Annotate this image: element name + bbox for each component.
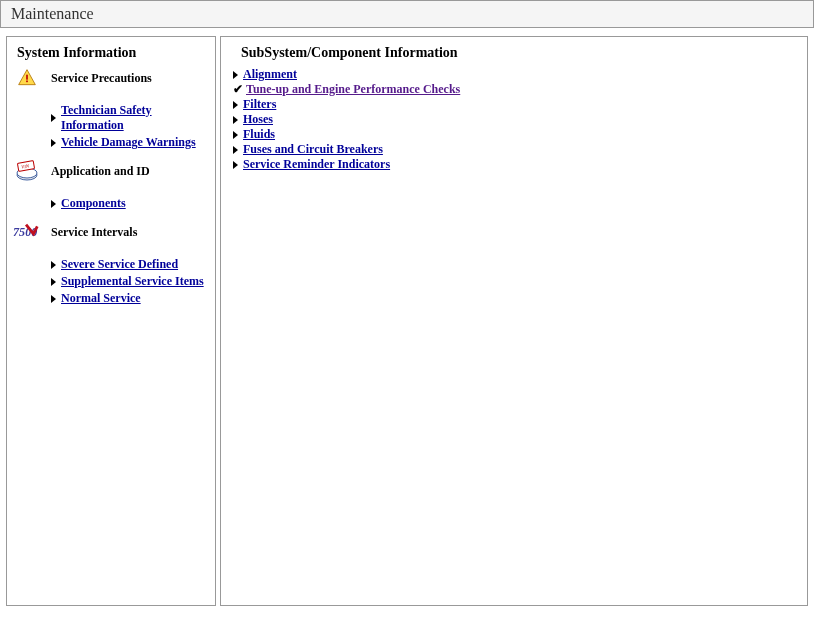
nav-item[interactable]: Service Reminder Indicators (233, 157, 801, 172)
arrow-icon (51, 200, 56, 208)
nav-link-alignment[interactable]: Alignment (243, 67, 297, 82)
service-interval-icon: 7500 (13, 221, 41, 243)
nav-item[interactable]: Hoses (233, 112, 801, 127)
nav-link-fuses[interactable]: Fuses and Circuit Breakers (243, 142, 383, 157)
section-label: Service Precautions (51, 71, 152, 86)
left-panel: System Information Service Precautions T… (6, 36, 216, 606)
warning-icon (13, 67, 41, 89)
arrow-icon (51, 278, 56, 286)
section-service-precautions: Service Precautions (13, 67, 209, 89)
nav-item[interactable]: Fluids (233, 127, 801, 142)
arrow-icon (233, 101, 238, 109)
vin-disc-icon: VIN (13, 160, 41, 182)
arrow-icon (51, 139, 56, 147)
nav-link-hoses[interactable]: Hoses (243, 112, 273, 127)
nav-link-filters[interactable]: Filters (243, 97, 276, 112)
nav-item[interactable]: Vehicle Damage Warnings (51, 135, 209, 150)
arrow-icon (233, 146, 238, 154)
arrow-icon (233, 131, 238, 139)
arrow-icon (51, 114, 56, 122)
nav-item[interactable]: Severe Service Defined (51, 257, 209, 272)
arrow-icon (51, 261, 56, 269)
section-application-id: VIN Application and ID (13, 160, 209, 182)
checkmark-icon: ✔ (233, 82, 243, 97)
nav-link-severe-service[interactable]: Severe Service Defined (61, 257, 178, 272)
page-header: Maintenance (0, 0, 814, 28)
svg-rect-1 (26, 75, 28, 80)
arrow-icon (233, 116, 238, 124)
section-label: Service Intervals (51, 225, 137, 240)
nav-item[interactable]: Supplemental Service Items (51, 274, 209, 289)
svg-rect-2 (26, 81, 28, 83)
nav-item[interactable]: Fuses and Circuit Breakers (233, 142, 801, 157)
arrow-icon (51, 295, 56, 303)
section-service-intervals: 7500 Service Intervals (13, 221, 209, 243)
nav-link-normal-service[interactable]: Normal Service (61, 291, 141, 306)
nav-item[interactable]: ✔ Tune-up and Engine Performance Checks (233, 82, 801, 97)
nav-item[interactable]: Alignment (233, 67, 801, 82)
nav-link-supplemental[interactable]: Supplemental Service Items (61, 274, 204, 289)
nav-item[interactable]: Components (51, 196, 209, 211)
nav-link-service-reminder[interactable]: Service Reminder Indicators (243, 157, 390, 172)
left-panel-title: System Information (17, 45, 209, 61)
nav-item[interactable]: Filters (233, 97, 801, 112)
nav-link-tuneup[interactable]: Tune-up and Engine Performance Checks (246, 82, 460, 97)
right-panel: SubSystem/Component Information Alignmen… (220, 36, 808, 606)
content-area: System Information Service Precautions T… (6, 36, 808, 606)
page-title: Maintenance (11, 5, 94, 22)
nav-link-tech-safety[interactable]: Technician Safety Information (61, 103, 209, 133)
nav-item[interactable]: Normal Service (51, 291, 209, 306)
nav-link-fluids[interactable]: Fluids (243, 127, 275, 142)
nav-link-components[interactable]: Components (61, 196, 126, 211)
section-label: Application and ID (51, 164, 150, 179)
arrow-icon (233, 71, 238, 79)
right-panel-title: SubSystem/Component Information (241, 45, 801, 61)
nav-link-vehicle-damage[interactable]: Vehicle Damage Warnings (61, 135, 196, 150)
nav-item[interactable]: Technician Safety Information (51, 103, 209, 133)
arrow-icon (233, 161, 238, 169)
